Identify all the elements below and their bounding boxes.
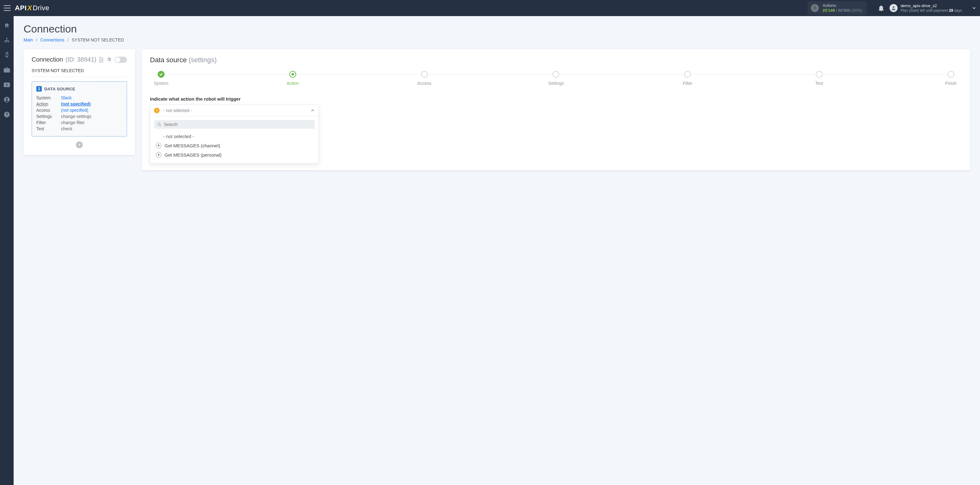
action-dropdown-trigger[interactable]: ! - not selected - xyxy=(150,105,318,116)
user-menu[interactable]: demo_apix-drive_s2 Plan |Start| left unt… xyxy=(889,3,962,13)
info-icon: i xyxy=(811,4,819,12)
svg-point-9 xyxy=(6,116,7,116)
svg-rect-3 xyxy=(6,41,7,42)
warning-icon: ! xyxy=(154,108,159,113)
gear-icon[interactable] xyxy=(106,57,111,62)
source-box-title: DATA SOURCE xyxy=(44,87,75,91)
nav-briefcase-icon[interactable] xyxy=(3,66,11,74)
chevron-down-icon[interactable] xyxy=(972,6,976,10)
connection-toggle[interactable] xyxy=(115,57,127,63)
step-settings[interactable]: Settings xyxy=(547,71,565,86)
main-content: Connection Main / Connections / SYSTEM N… xyxy=(14,16,980,485)
action-dropdown-value: - not selected - xyxy=(163,108,307,113)
row-action-label: Action xyxy=(36,101,61,106)
svg-point-7 xyxy=(6,98,8,100)
breadcrumb: Main / Connections / SYSTEM NOT SELECTED xyxy=(24,38,970,43)
svg-point-0 xyxy=(892,6,894,8)
search-icon xyxy=(157,122,161,127)
nav-billing-icon[interactable] xyxy=(3,51,11,59)
actions-counter-text: Actions: 25'149 / 50'000 (50%) xyxy=(822,3,862,13)
page-title: Connection xyxy=(24,23,970,35)
sidebar xyxy=(0,16,14,485)
option-get-messages-channel[interactable]: Get MESSAGES (channel) xyxy=(154,141,315,150)
nav-help-icon[interactable] xyxy=(3,111,11,118)
row-test-label: Test xyxy=(36,126,61,131)
data-source-panel: Data source (settings) System Action Acc… xyxy=(142,49,970,170)
action-dropdown-search[interactable] xyxy=(154,120,315,129)
row-action-value[interactable]: (not specified) xyxy=(61,101,123,106)
source-step-number: 1 xyxy=(36,86,42,92)
row-system-label: System xyxy=(36,95,61,100)
user-meta: demo_apix-drive_s2 Plan |Start| left unt… xyxy=(901,3,962,13)
svg-rect-1 xyxy=(6,38,7,39)
topbar: APIXDrive i Actions: 25'149 / 50'000 (50… xyxy=(0,0,980,16)
breadcrumb-current: SYSTEM NOT SELECTED xyxy=(72,38,124,43)
connection-title: Connection xyxy=(32,56,63,63)
action-field-label: Indicate what action the robot will trig… xyxy=(150,96,962,101)
add-destination-button[interactable]: + xyxy=(76,141,83,148)
action-search-input[interactable] xyxy=(164,122,312,127)
row-system-value[interactable]: Slack xyxy=(61,95,123,100)
chevron-up-icon xyxy=(310,108,315,113)
menu-hamburger-icon[interactable] xyxy=(4,5,11,11)
svg-point-10 xyxy=(158,123,160,125)
row-filter-label: Filter xyxy=(36,120,61,125)
row-settings-value[interactable]: change settings xyxy=(61,114,123,119)
step-action[interactable]: Action xyxy=(283,71,302,86)
option-not-selected[interactable]: - not selected - xyxy=(154,132,315,141)
row-settings-label: Settings xyxy=(36,114,61,119)
action-dropdown: ! - not selected - - not xyxy=(150,105,319,163)
row-access-label: Access xyxy=(36,108,61,113)
svg-rect-4 xyxy=(8,41,9,42)
nav-connections-icon[interactable] xyxy=(3,36,11,44)
nav-home-icon[interactable] xyxy=(3,22,11,29)
step-filter[interactable]: Filter xyxy=(678,71,697,86)
step-test[interactable]: Test xyxy=(810,71,829,86)
svg-rect-2 xyxy=(5,41,6,42)
actions-counter[interactable]: i Actions: 25'149 / 50'000 (50%) xyxy=(808,1,867,14)
data-source-box[interactable]: 1 DATA SOURCE System Slack Action (not s… xyxy=(32,81,127,136)
breadcrumb-main[interactable]: Main xyxy=(24,38,33,43)
ds-subtitle: (settings) xyxy=(189,56,216,64)
logo[interactable]: APIXDrive xyxy=(15,4,49,12)
document-icon[interactable] xyxy=(99,57,104,62)
ds-title: Data source xyxy=(150,56,187,64)
play-icon xyxy=(156,143,161,148)
connection-id: (ID: 38941) xyxy=(65,56,96,63)
nav-video-icon[interactable] xyxy=(3,81,11,89)
step-system[interactable]: System xyxy=(152,71,170,86)
notifications-bell-icon[interactable] xyxy=(878,5,884,11)
step-finish[interactable]: Finish xyxy=(942,71,960,86)
connection-subtitle: SYSTEM NOT SELECTED xyxy=(32,65,127,77)
row-filter-value[interactable]: change filter xyxy=(61,120,123,125)
step-progress: System Action Access Settings xyxy=(150,71,962,86)
option-get-messages-personal[interactable]: Get MESSAGES (personal) xyxy=(154,150,315,159)
step-access[interactable]: Access xyxy=(415,71,434,86)
breadcrumb-connections[interactable]: Connections xyxy=(40,38,64,43)
row-access-value[interactable]: (not specified) xyxy=(61,108,123,113)
play-icon xyxy=(156,152,161,157)
user-avatar-icon xyxy=(889,4,897,12)
nav-account-icon[interactable] xyxy=(3,96,11,103)
row-test-value[interactable]: check xyxy=(61,126,123,131)
connection-panel: Connection (ID: 38941) SYSTEM NOT SELECT… xyxy=(24,49,135,155)
